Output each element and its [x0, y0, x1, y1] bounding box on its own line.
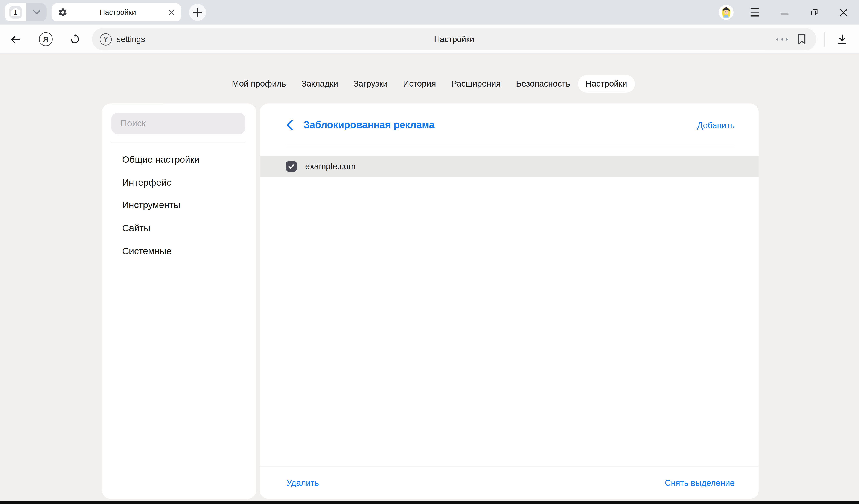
chevron-down-icon [33, 10, 40, 15]
browser-window: 1 Настройки [0, 0, 859, 504]
tab-stack-icon: 1 [9, 6, 22, 19]
close-button[interactable] [838, 7, 850, 18]
nav-tab-settings[interactable]: Настройки [578, 75, 635, 92]
browser-toolbar: Я Настройки Y settings [0, 25, 859, 54]
toolbar-divider [825, 32, 825, 47]
window-bottom-bar [0, 501, 859, 503]
tab-close-icon[interactable] [168, 9, 175, 16]
minimize-icon [781, 9, 788, 16]
search-input[interactable] [111, 113, 245, 134]
back-to-settings-button[interactable] [286, 119, 294, 131]
gear-icon [58, 8, 67, 17]
downloads-button[interactable] [835, 33, 848, 46]
browser-titlebar: 1 Настройки [0, 0, 859, 25]
nav-tab-history[interactable]: История [395, 75, 444, 92]
new-tab-button[interactable] [189, 4, 206, 21]
restore-icon [810, 8, 818, 16]
back-button[interactable] [9, 33, 22, 46]
domain-label: example.com [305, 162, 356, 171]
header-divider [286, 146, 735, 147]
sidebar-item-sites[interactable]: Сайты [122, 217, 247, 240]
blocked-domain-row[interactable]: example.com [260, 156, 759, 177]
settings-sidebar: Общие настройки Интерфейс Инструменты Са… [102, 104, 256, 499]
yandex-logo[interactable]: Я [39, 32, 52, 46]
url-text[interactable]: settings [117, 34, 145, 44]
sidebar-divider [111, 142, 245, 142]
sidebar-item-general[interactable]: Общие настройки [122, 148, 247, 171]
sidebar-item-system[interactable]: Системные [122, 240, 247, 262]
more-dots-icon[interactable] [776, 38, 788, 40]
nav-tab-profile[interactable]: Мой профиль [224, 75, 294, 92]
panel-footer: Удалить Снять выделение [260, 466, 759, 499]
tab-title: Настройки [67, 8, 168, 16]
settings-page: Мой профиль Закладки Загрузки История Ра… [0, 54, 859, 504]
panel-header: Заблокированная реклама Добавить [286, 118, 735, 133]
tab-counter: 1 [5, 3, 47, 21]
reload-button[interactable] [69, 33, 81, 46]
delete-button[interactable]: Удалить [286, 478, 319, 488]
nav-tab-bookmarks[interactable]: Закладки [294, 75, 346, 92]
browser-menu-button[interactable] [749, 7, 761, 18]
nav-tab-extensions[interactable]: Расширения [444, 75, 508, 92]
deselect-button[interactable]: Снять выделение [665, 478, 735, 488]
nav-tab-downloads[interactable]: Загрузки [346, 75, 395, 92]
download-icon [836, 33, 848, 46]
plus-icon [193, 8, 202, 17]
add-button[interactable]: Добавить [697, 120, 735, 130]
back-arrow-icon [9, 33, 22, 46]
address-bar[interactable]: Настройки Y settings [92, 28, 816, 50]
sidebar-item-interface[interactable]: Интерфейс [122, 171, 247, 194]
browser-tab-settings[interactable]: Настройки [51, 3, 181, 21]
close-icon [840, 9, 848, 16]
sidebar-list: Общие настройки Интерфейс Инструменты Са… [122, 148, 247, 262]
address-bar-page-title: Настройки [92, 34, 816, 44]
bookmark-icon[interactable] [797, 33, 807, 45]
menu-icon [751, 9, 759, 16]
tab-list-dropdown-button[interactable] [26, 3, 46, 21]
tab-counter-button[interactable]: 1 [5, 3, 26, 21]
avatar[interactable] [719, 5, 734, 20]
row-checkbox[interactable] [286, 161, 297, 172]
blocked-ads-panel: Заблокированная реклама Добавить example… [260, 104, 759, 499]
settings-nav-tabs: Мой профиль Закладки Загрузки История Ра… [0, 75, 859, 92]
reload-icon [69, 33, 80, 45]
minimize-button[interactable] [779, 7, 790, 18]
restore-button[interactable] [808, 7, 820, 18]
check-icon [288, 163, 295, 170]
page-title: Заблокированная реклама [303, 119, 434, 131]
tab-count: 1 [14, 9, 17, 16]
nav-tab-security[interactable]: Безопасность [508, 75, 578, 92]
chevron-left-icon [286, 120, 293, 130]
sidebar-item-tools[interactable]: Инструменты [122, 194, 247, 217]
